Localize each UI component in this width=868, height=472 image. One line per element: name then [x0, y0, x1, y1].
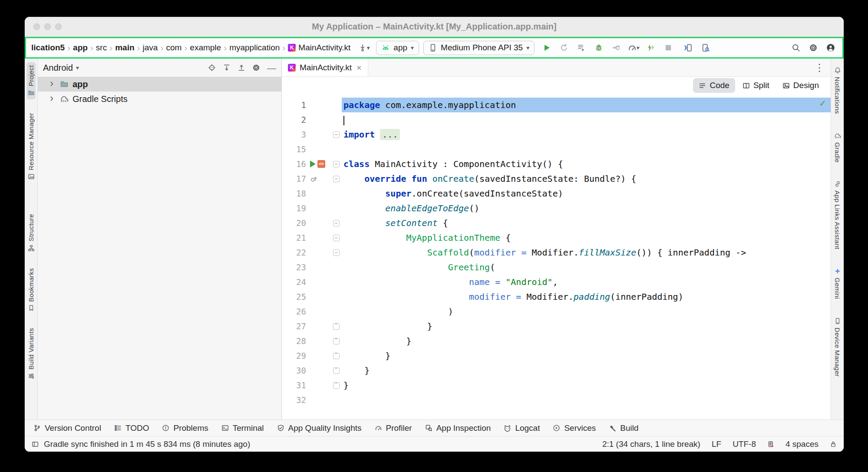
- line-number[interactable]: 18: [282, 186, 306, 201]
- code-line[interactable]: 22− Scaffold(modifier = Modifier.fillMax…: [282, 245, 831, 260]
- close-tab-icon[interactable]: [356, 63, 362, 72]
- code-line[interactable]: 26 ): [282, 304, 831, 319]
- fold-end-icon[interactable]: ˆ: [333, 338, 340, 344]
- layout-inspector-button[interactable]: [698, 40, 713, 55]
- attach-debugger-button[interactable]: [608, 40, 624, 55]
- minimize-button[interactable]: [44, 23, 51, 30]
- inspection-ok-icon[interactable]: [820, 98, 825, 108]
- line-number[interactable]: 26: [282, 304, 306, 319]
- line-number[interactable]: 19: [282, 201, 306, 216]
- encoding-widget[interactable]: UTF-8: [733, 439, 756, 449]
- tool-window-bar-services[interactable]: Services: [553, 423, 596, 433]
- fold-collapse-icon[interactable]: −: [333, 176, 340, 182]
- debug-button[interactable]: [591, 40, 607, 55]
- editor-options-icon[interactable]: [814, 59, 831, 76]
- tool-window-button-project[interactable]: Project: [26, 62, 36, 99]
- tool-window-button-structure[interactable]: Structure: [26, 211, 36, 255]
- chevron-right-icon[interactable]: ›: [50, 78, 56, 90]
- settings-button[interactable]: [805, 40, 821, 55]
- chevron-right-icon[interactable]: ›: [50, 93, 56, 105]
- editor-mode-design[interactable]: Design: [777, 78, 825, 93]
- close-button[interactable]: [33, 23, 40, 30]
- tool-window-button-bookmarks[interactable]: Bookmarks: [26, 265, 36, 315]
- code-line[interactable]: 3−import ...: [282, 127, 831, 142]
- code-line[interactable]: 20− setContent {: [282, 216, 831, 230]
- code-line[interactable]: 18 super.onCreate(savedInstanceState): [282, 186, 831, 201]
- code-line[interactable]: 30ˆ }: [282, 363, 831, 378]
- code-line[interactable]: 17− override fun onCreate(savedInstanceS…: [282, 171, 831, 186]
- device-select[interactable]: Medium Phone API 35: [423, 41, 535, 55]
- profile-avatar-button[interactable]: [823, 40, 838, 55]
- line-number[interactable]: 20: [282, 216, 306, 230]
- vcs-widget-button[interactable]: [356, 40, 372, 55]
- line-number[interactable]: 22: [282, 245, 306, 260]
- tool-window-button-gemini[interactable]: Gemini: [833, 265, 842, 302]
- fold-end-icon[interactable]: ˆ: [333, 382, 340, 389]
- code-line[interactable]: 27ˆ }: [282, 319, 831, 334]
- editor-mode-split[interactable]: Split: [737, 78, 775, 93]
- run-gutter-icon[interactable]: [310, 161, 316, 167]
- line-number[interactable]: 3: [282, 127, 306, 142]
- locate-file-icon[interactable]: [208, 64, 216, 72]
- fold-collapse-icon[interactable]: −: [333, 249, 340, 256]
- line-number[interactable]: 17: [282, 171, 306, 186]
- search-everywhere-button[interactable]: [788, 40, 804, 55]
- inspections-widget-icon[interactable]: [767, 441, 774, 448]
- breadcrumb-item-lication5[interactable]: lication5: [30, 42, 66, 53]
- line-number[interactable]: 31: [282, 378, 306, 393]
- tool-window-button-notifications[interactable]: Notifications: [833, 64, 842, 117]
- line-number[interactable]: 15: [282, 142, 306, 157]
- line-separator-widget[interactable]: LF: [712, 439, 721, 449]
- panel-settings-icon[interactable]: [252, 64, 260, 72]
- tool-window-bar-logcat[interactable]: Logcat: [504, 423, 540, 433]
- code-line[interactable]: 31ˆ}: [282, 378, 831, 393]
- code-line[interactable]: 23 Greeting(: [282, 260, 831, 275]
- code-editor[interactable]: 1package com.example.myapplication23−imp…: [282, 94, 831, 420]
- code-line[interactable]: 15: [282, 142, 831, 157]
- project-view-selector[interactable]: Android: [43, 63, 79, 73]
- tool-window-button-gradle[interactable]: Gradle: [833, 129, 842, 166]
- line-number[interactable]: 24: [282, 275, 306, 289]
- file-lock-icon[interactable]: [830, 441, 837, 448]
- tool-window-button-build-variants[interactable]: Build Variants: [26, 325, 36, 383]
- code-line[interactable]: 25 modifier = Modifier.padding(innerPadd…: [282, 289, 831, 304]
- profiler-button[interactable]: [626, 40, 641, 55]
- line-number[interactable]: 32: [282, 393, 306, 407]
- code-line[interactable]: 28ˆ }: [282, 334, 831, 348]
- fold-end-icon[interactable]: ˆ: [333, 367, 340, 374]
- layout-toggle-icon[interactable]: [32, 441, 39, 448]
- breadcrumb-item-com[interactable]: com: [165, 42, 183, 53]
- breadcrumb-item-java[interactable]: java: [142, 42, 159, 53]
- breadcrumb-item-src[interactable]: src: [95, 42, 108, 53]
- line-number[interactable]: 28: [282, 334, 306, 348]
- tool-window-bar-terminal[interactable]: Terminal: [221, 423, 264, 433]
- line-number[interactable]: 25: [282, 289, 306, 304]
- project-tree-item-gradle-scripts[interactable]: ›Gradle Scripts: [38, 92, 281, 106]
- apply-changes-button[interactable]: [643, 40, 659, 55]
- code-line[interactable]: 19 enableEdgeToEdge(): [282, 201, 831, 216]
- tool-window-button-app-links-assistant[interactable]: App Links Assistant: [833, 177, 842, 252]
- stop-button[interactable]: [660, 40, 676, 55]
- fold-end-icon[interactable]: ˆ: [333, 323, 340, 330]
- code-line[interactable]: 2: [282, 112, 831, 127]
- line-number[interactable]: 2: [282, 112, 306, 127]
- code-line[interactable]: 32: [282, 393, 831, 407]
- fold-end-icon[interactable]: ˆ: [333, 353, 340, 359]
- fold-collapse-icon[interactable]: −: [333, 235, 340, 241]
- zoom-button[interactable]: [55, 23, 62, 30]
- editor-mode-code[interactable]: Code: [693, 78, 735, 93]
- breadcrumb-item-myapplication[interactable]: myapplication: [228, 42, 281, 53]
- tool-window-bar-todo[interactable]: TODO: [114, 423, 149, 433]
- run-button[interactable]: [539, 40, 554, 55]
- breadcrumb-item-example[interactable]: example: [188, 42, 222, 53]
- tool-window-bar-problems[interactable]: Problems: [162, 423, 208, 433]
- line-number[interactable]: 16: [282, 157, 306, 171]
- caret-position-widget[interactable]: 2:1 (34 chars, 1 line break): [602, 439, 700, 449]
- tool-window-bar-app-quality-insights[interactable]: App Quality Insights: [277, 423, 362, 433]
- line-number[interactable]: 1: [282, 98, 306, 112]
- tool-window-bar-app-inspection[interactable]: App Inspection: [425, 423, 491, 433]
- expand-all-icon[interactable]: [223, 64, 231, 72]
- code-line[interactable]: 29ˆ }: [282, 348, 831, 363]
- editor-tab-mainactivity[interactable]: MainActivity.kt: [282, 59, 368, 76]
- fold-collapse-icon[interactable]: −: [333, 161, 340, 167]
